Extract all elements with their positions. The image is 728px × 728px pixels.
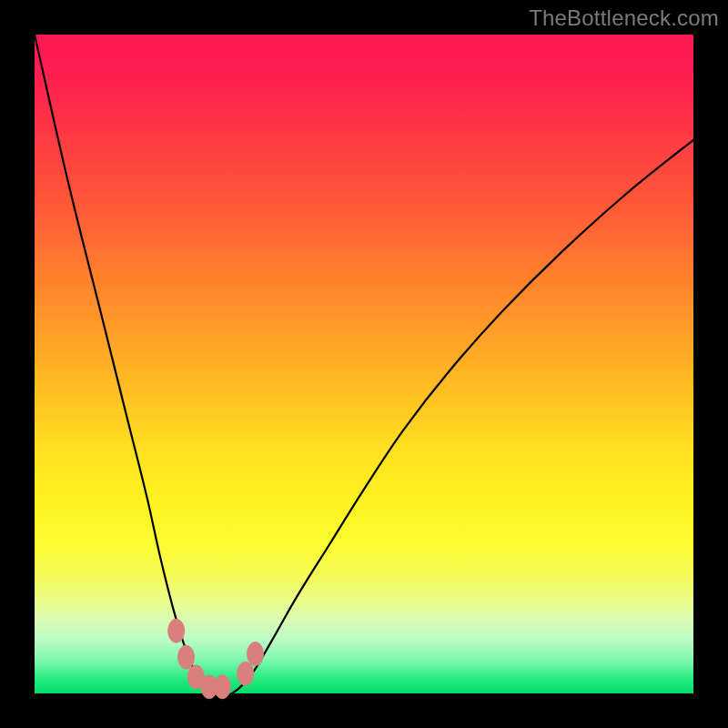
curve-marker: [214, 675, 230, 699]
curve-markers: [168, 619, 264, 699]
chart-frame: TheBottleneck.com: [0, 0, 728, 728]
watermark-text: TheBottleneck.com: [529, 5, 719, 31]
curve-marker: [168, 619, 185, 642]
chart-plot-area: [35, 35, 693, 693]
curve-marker: [178, 645, 195, 669]
curve-marker: [248, 642, 264, 666]
bottleneck-curve: [35, 35, 693, 695]
chart-svg: [35, 35, 693, 693]
curve-marker: [238, 662, 254, 685]
